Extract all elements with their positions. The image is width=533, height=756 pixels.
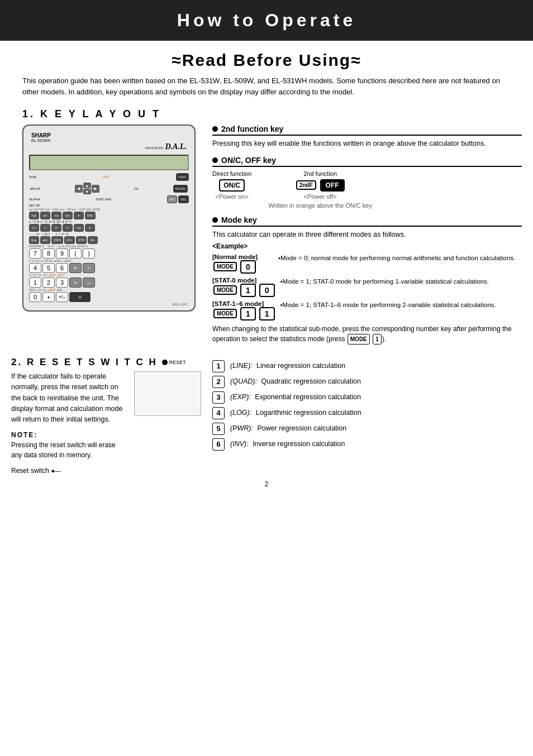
label-x1: x⁻¹ C [40, 220, 47, 223]
reset-title: 2. R E S E T S W I T C H RESET [11, 357, 201, 368]
stat-list: 1 (LINE): Linear regression calculation … [212, 360, 522, 451]
btn-rcl[interactable]: RCL [64, 236, 75, 244]
one-inline-key[interactable]: 1 [373, 334, 382, 344]
btn-dms[interactable]: D'M'S [51, 236, 63, 244]
label-mclr: M•CLR [30, 187, 40, 190]
btn-exp[interactable]: Exp [29, 236, 39, 244]
stat-item: 3 (EXP): Exponential regression calculat… [212, 391, 522, 404]
btn-1[interactable]: 1 [29, 277, 41, 288]
btn-sin[interactable]: sin [40, 212, 50, 219]
mode-inline-key[interactable]: MODE [348, 334, 370, 344]
reset-icon: RESET [162, 360, 186, 365]
btn-times[interactable]: × [69, 263, 82, 273]
row456-labels: n!x̄nCr sxnPr δx●HEX c●BIN r [28, 259, 190, 262]
stat-code: (EXP): [230, 393, 251, 401]
btn-7[interactable]: 7 [29, 248, 41, 259]
reset-arrow-icon: ●— [51, 467, 61, 474]
btn-drg[interactable]: DRG [85, 212, 96, 219]
btn-x2[interactable]: x² [51, 224, 61, 232]
btn-ab[interactable]: ab/c [40, 236, 50, 244]
btn-plus[interactable]: + [69, 277, 82, 288]
stat-desc-text: Linear regression calculation [256, 362, 345, 370]
reset-text-col: If the calculator fails to operate norma… [11, 371, 123, 475]
normal-mode-row: [Normal mode] MODE 0 •Mode = 0; normal m… [212, 253, 522, 274]
btn-div[interactable]: ÷ [83, 263, 95, 273]
stat16-num2: 1 [259, 307, 275, 320]
btn-ln[interactable]: ln [85, 224, 95, 232]
reset-note: NOTE: Pressing the reset switch will era… [11, 430, 123, 460]
btn-mode[interactable]: MODE [173, 185, 188, 193]
btn-onc[interactable]: ON/C [176, 173, 189, 181]
onc-demo: Direct function ON/C <Power on> 2nd func… [212, 170, 522, 209]
btn-5[interactable]: 5 [42, 263, 55, 273]
mode-key-stat0[interactable]: MODE [213, 285, 237, 295]
right-column: 2nd function key Pressing this key will … [201, 125, 522, 351]
stat-desc: (EXP): Exponential regression calculatio… [230, 393, 361, 403]
btn-6[interactable]: 6 [56, 263, 68, 273]
stat-num-box: 2 [212, 376, 225, 388]
bullet-icon3 [212, 217, 218, 223]
btn-8[interactable]: 8 [42, 248, 55, 259]
onc-key[interactable]: ON/C [219, 179, 245, 192]
stat16-mode-row: [STAT-1–6 mode] MODE 1 1 •Mode = 1; STAT… [212, 300, 522, 320]
btn-sto[interactable]: STO [76, 236, 87, 244]
label-2ndf: 2ndF [29, 175, 37, 179]
btn-9[interactable]: 9 [56, 248, 68, 259]
btn-paren-open[interactable]: ( [69, 248, 82, 259]
reset-switch-section: 2. R E S E T S W I T C H RESET If the ca… [11, 357, 201, 475]
btn-mplus[interactable]: M+ [88, 236, 98, 244]
reset-diagram [134, 371, 201, 475]
btn-equals[interactable]: = [69, 292, 91, 302]
normal-mode-label-col: [Normal mode] MODE 0 [212, 253, 274, 274]
btn-minus[interactable]: – [83, 277, 95, 288]
row0-labels: MDF nΣxΣx²●PENANS [28, 288, 190, 291]
label-alpha: ALPHA [29, 198, 40, 201]
btn-dot[interactable]: • [42, 292, 55, 302]
off-key-row: 2ndF OFF [268, 179, 372, 192]
label-3: 3√ D [49, 220, 55, 223]
mode-text: This calculator can operate in three dif… [212, 229, 522, 240]
btn-3[interactable]: 3 [56, 277, 68, 288]
btn-del[interactable]: DEL [178, 195, 189, 203]
written-orange: Written in orange above the ON/C key [268, 202, 372, 209]
calculator-column: SHARP EL-531WH ADVANCED D.A.L. 2ndF OFF … [11, 125, 201, 351]
reset-body-inner: If the calculator fails to operate norma… [11, 371, 201, 475]
nav-left[interactable]: ◀ [75, 185, 83, 193]
btn-4[interactable]: 4 [29, 263, 41, 273]
nav-right[interactable]: ▶ [92, 185, 99, 193]
nav-up[interactable]: ▲ [83, 183, 91, 188]
label-10x: 10ˣ E [56, 220, 64, 223]
btn-sign[interactable]: +/– [56, 292, 68, 302]
btn-log[interactable]: log [74, 224, 84, 232]
btn-0[interactable]: 0 [29, 292, 41, 302]
mode-title: Mode key [212, 216, 522, 227]
stat0-label-col: [STAT-0 mode] MODE 1 0 [212, 277, 276, 297]
label-xsq: x⁻¹ A [29, 220, 36, 223]
stat-code: (QUAD): [230, 377, 257, 385]
exp-labels: ←·→ d/c↔DEGXYM– M [28, 232, 190, 236]
calculator-diagram: SHARP EL-531WH ADVANCED D.A.L. 2ndF OFF … [22, 125, 196, 312]
normal-mode-num: 0 [240, 260, 256, 274]
btn-sqrt[interactable]: √ [40, 224, 50, 232]
reset-body-text: If the calculator fails to operate norma… [11, 371, 123, 425]
btn-paren-close[interactable]: ) [83, 248, 95, 259]
nav-down[interactable]: ▼ [83, 189, 91, 194]
stat-desc-text: Inverse regression calculation [253, 440, 345, 448]
mode-subtext: When changing to the statistical sub-mod… [212, 324, 522, 344]
btn-tan[interactable]: tan [63, 212, 73, 219]
normal-mode-label: [Normal mode] [212, 253, 274, 260]
btn-yx[interactable]: y^x [29, 224, 39, 232]
stat-code: (LINE): [230, 362, 253, 370]
header-bar: How to Operate [0, 0, 533, 41]
mode-key-normal[interactable]: MODE [213, 262, 237, 271]
2ndf-key[interactable]: 2ndF [296, 180, 316, 190]
btn-2[interactable]: 2 [42, 277, 55, 288]
btn-hyp[interactable]: hyp [29, 212, 39, 219]
btn-ins[interactable]: INS [167, 195, 177, 203]
btn-cos[interactable]: cos [51, 212, 61, 219]
btn-x3[interactable]: x³ [63, 224, 73, 232]
btn-pi[interactable]: π [74, 212, 84, 219]
mode-key-stat16[interactable]: MODE [213, 309, 237, 318]
label-statvar: STAT VAR [96, 198, 112, 201]
second-function-text: Pressing this key will enable the functi… [212, 138, 522, 149]
